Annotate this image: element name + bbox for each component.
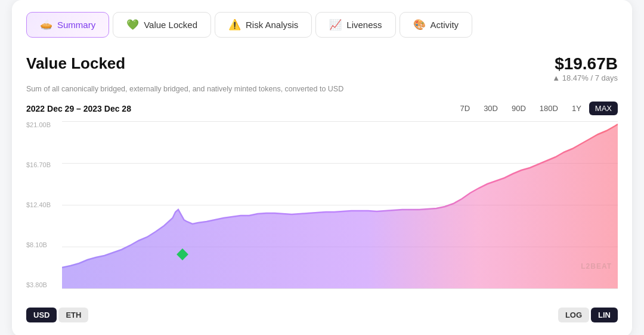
chart-fill	[62, 124, 618, 288]
tab-summary-label: Summary	[57, 20, 95, 30]
time-btn-7d[interactable]: 7D	[454, 102, 476, 115]
y-label-3: $12.40B	[26, 201, 62, 208]
summary-icon: 🥧	[40, 19, 52, 31]
header-left: Value Locked	[26, 54, 125, 73]
value-locked-icon: 💚	[126, 19, 139, 31]
y-label-2: $16.70B	[26, 161, 62, 168]
tab-value-locked[interactable]: 💚 Value Locked	[113, 12, 211, 38]
y-label-5: $3.80B	[26, 281, 62, 288]
time-btn-30d[interactable]: 30D	[478, 102, 504, 115]
liveness-icon: 📈	[329, 19, 342, 31]
tab-risk-analysis[interactable]: ⚠️ Risk Analysis	[215, 12, 312, 38]
y-label-1: $21.00B	[26, 121, 62, 128]
tab-bar: 🥧 Summary 💚 Value Locked ⚠️ Risk Analysi…	[26, 12, 618, 38]
time-btn-180d[interactable]: 180D	[534, 102, 564, 115]
total-value: $19.67B	[552, 54, 618, 73]
tab-value-locked-label: Value Locked	[144, 20, 197, 30]
currency-btn-usd[interactable]: USD	[26, 308, 57, 322]
change-badge: ▲ 18.47% / 7 days	[552, 73, 618, 82]
header-row: Value Locked $19.67B ▲ 18.47% / 7 days	[26, 54, 618, 82]
tab-activity[interactable]: 🎨 Activity	[400, 12, 473, 38]
watermark: L2BEAT	[581, 262, 612, 271]
y-axis-labels: $21.00B $16.70B $12.40B $8.10B $3.80B	[26, 121, 62, 300]
tab-risk-analysis-label: Risk Analysis	[246, 20, 298, 30]
risk-analysis-icon: ⚠️	[228, 19, 241, 31]
y-label-4: $8.10B	[26, 241, 62, 248]
page-title: Value Locked	[26, 54, 125, 73]
tab-activity-label: Activity	[431, 20, 459, 30]
main-container: 🥧 Summary 💚 Value Locked ⚠️ Risk Analysi…	[12, 0, 632, 335]
chart-inner: L2BEAT	[62, 121, 618, 288]
bottom-controls: USD ETH LOG LIN	[26, 308, 618, 322]
currency-btn-eth[interactable]: ETH	[58, 308, 88, 322]
scale-buttons: LOG LIN	[558, 308, 618, 322]
activity-icon: 🎨	[413, 19, 426, 31]
tab-liveness[interactable]: 📈 Liveness	[315, 12, 395, 38]
scale-btn-log[interactable]: LOG	[558, 308, 589, 322]
tab-liveness-label: Liveness	[346, 20, 382, 30]
grid-line-5	[62, 288, 618, 289]
time-buttons: 7D 30D 90D 180D 1Y MAX	[454, 102, 618, 115]
controls-row: 2022 Dec 29 – 2023 Dec 28 7D 30D 90D 180…	[26, 102, 618, 115]
time-btn-max[interactable]: MAX	[589, 102, 618, 115]
tab-summary[interactable]: 🥧 Summary	[26, 12, 109, 38]
chart-svg	[62, 121, 618, 288]
scale-btn-lin[interactable]: LIN	[591, 308, 618, 322]
change-percent: ▲ 18.47%	[552, 73, 589, 82]
currency-buttons: USD ETH	[26, 308, 88, 322]
chart-wrapper: $21.00B $16.70B $12.40B $8.10B $3.80B	[26, 121, 618, 300]
header-right: $19.67B ▲ 18.47% / 7 days	[552, 54, 618, 82]
subtitle: Sum of all canonically bridged, external…	[26, 85, 618, 93]
date-range: 2022 Dec 29 – 2023 Dec 28	[26, 104, 131, 113]
change-period: / 7 days	[590, 73, 618, 82]
time-btn-90d[interactable]: 90D	[506, 102, 532, 115]
time-btn-1y[interactable]: 1Y	[566, 102, 587, 115]
